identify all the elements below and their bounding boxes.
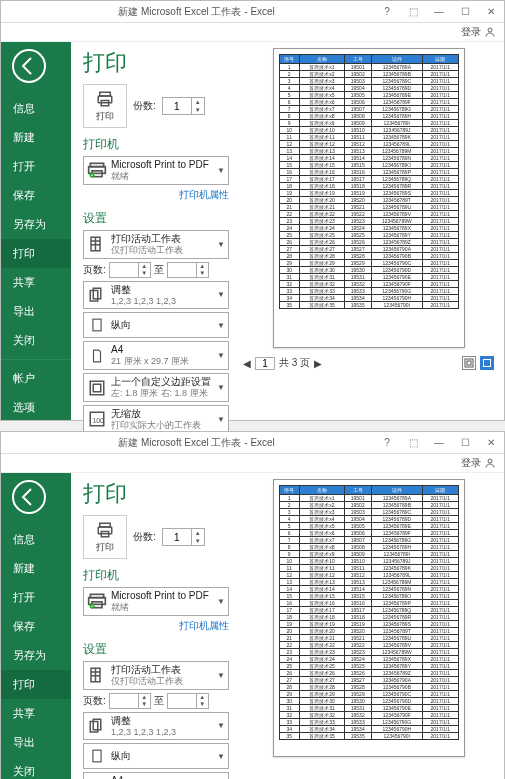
printer-heading: 打印机 [83,136,229,153]
chevron-down-icon: ▼ [217,166,225,175]
zoom-to-page-button[interactable] [480,356,494,370]
nav-saveas[interactable]: 另存为 [1,210,71,239]
nav-open[interactable]: 打开 [1,583,71,612]
restore-icon[interactable]: ⬚ [400,437,426,448]
margins-icon [87,378,107,398]
copies-label: 份数: [133,99,156,113]
backstage-sidebar: 信息 新建 打开 保存 另存为 打印 共享 导出 关闭 帐户 选项 [1,42,71,420]
printer-properties-link[interactable]: 打印机属性 [83,619,229,633]
prev-page-button[interactable]: ◀ [243,358,251,369]
printer-dropdown[interactable]: Microsoft Print to PDF就绪 ▼ [83,587,229,616]
copies-label: 份数: [133,530,156,544]
nav-save[interactable]: 保存 [1,181,71,210]
window-title: 新建 Microsoft Excel 工作表 - Excel [19,436,374,450]
print-button[interactable]: 打印 [83,84,127,128]
print-scope-dropdown[interactable]: 打印活动工作表仅打印活动工作表 ▼ [83,661,229,690]
nav-info[interactable]: 信息 [1,525,71,554]
settings-heading: 设置 [83,210,229,227]
page-to-input[interactable]: ▲▼ [167,262,209,278]
portrait-icon [87,315,107,335]
back-button[interactable] [11,48,47,84]
orientation-dropdown[interactable]: 纵向 ▼ [83,743,229,769]
nav-options[interactable]: 选项 [1,393,71,422]
paper-dropdown[interactable]: A421 厘米 x 29.7 厘米 ▼ [83,341,229,370]
page-from-input[interactable]: ▲▼ [109,693,151,709]
backstage-sidebar: 信息 新建 打开 保存 另存为 打印 共享 导出 关闭 帐户 选项 [1,473,71,779]
to-label: 至 [154,694,164,708]
nav-info[interactable]: 信息 [1,94,71,123]
nav-saveas[interactable]: 另存为 [1,641,71,670]
nav-account[interactable]: 帐户 [1,364,71,393]
login-link[interactable]: 登录 [461,457,481,468]
close-icon[interactable]: ✕ [478,6,504,17]
user-icon [484,26,496,38]
svg-rect-14 [93,384,101,392]
copies-input[interactable]: ▲▼ [162,97,205,115]
to-label: 至 [154,263,164,277]
scaling-dropdown[interactable]: 100 无缩放打印实际大小的工作表 ▼ [83,405,229,434]
restore-icon[interactable]: ⬚ [400,6,426,17]
back-button[interactable] [11,479,47,515]
printer-icon [94,521,116,539]
help-icon[interactable]: ? [374,437,400,448]
preview-table: 序号名称工号证件日期 1首席技术x119501123456789A2017/1/… [279,54,459,309]
scale-icon: 100 [87,409,107,429]
nav-save[interactable]: 保存 [1,612,71,641]
page-from-input[interactable]: ▲▼ [109,262,151,278]
nav-open[interactable]: 打开 [1,152,71,181]
chevron-down-icon: ▼ [217,415,225,424]
collate-dropdown[interactable]: 调整1,2,3 1,2,3 1,2,3 ▼ [83,281,229,310]
svg-rect-23 [98,527,112,534]
close-icon[interactable]: ✕ [478,437,504,448]
svg-point-21 [13,481,45,513]
collate-dropdown[interactable]: 调整1,2,3 1,2,3 1,2,3 ▼ [83,712,229,741]
svg-point-1 [13,50,45,82]
printer-device-icon [87,591,107,611]
pages-label: 页数: [83,694,106,708]
nav-share[interactable]: 共享 [1,268,71,297]
nav-export[interactable]: 导出 [1,297,71,326]
help-icon[interactable]: ? [374,6,400,17]
minimize-icon[interactable]: — [426,437,452,448]
svg-rect-13 [90,381,104,395]
page-to-input[interactable]: ▲▼ [167,693,209,709]
next-page-button[interactable]: ▶ [314,358,322,369]
nav-share[interactable]: 共享 [1,699,71,728]
nav-print[interactable]: 打印 [1,239,71,268]
nav-new[interactable]: 新建 [1,123,71,152]
page-title: 打印 [83,48,229,78]
svg-point-0 [488,28,492,32]
nav-new[interactable]: 新建 [1,554,71,583]
page-icon [87,346,107,366]
print-button[interactable]: 打印 [83,515,127,559]
print-preview-page: 序号名称工号证件日期 1首席技术x119501123456789A2017/1/… [273,48,465,348]
printer-dropdown[interactable]: Microsoft Print to PDF就绪 ▼ [83,156,229,185]
print-scope-dropdown[interactable]: 打印活动工作表仅打印活动工作表 ▼ [83,230,229,259]
printer-device-icon [87,160,107,180]
paper-dropdown[interactable]: A421 厘米 x 29.7 厘米 ▼ [83,772,229,779]
spin-down-icon[interactable]: ▼ [192,106,204,114]
maximize-icon[interactable]: ☐ [452,437,478,448]
print-button-label: 打印 [96,110,114,123]
preview-table: 序号名称工号证件日期 1首席技术x119501123456789A2017/1/… [279,485,459,740]
nav-print[interactable]: 打印 [1,670,71,699]
svg-rect-17 [465,359,473,367]
printer-heading: 打印机 [83,567,229,584]
svg-text:100: 100 [93,417,105,424]
show-margins-button[interactable] [462,356,476,370]
maximize-icon[interactable]: ☐ [452,6,478,17]
nav-close[interactable]: 关闭 [1,326,71,355]
nav-close[interactable]: 关闭 [1,757,71,779]
printer-icon [94,90,116,108]
printer-properties-link[interactable]: 打印机属性 [83,188,229,202]
window-title: 新建 Microsoft Excel 工作表 - Excel [19,5,374,19]
page-number-input[interactable] [255,357,275,370]
orientation-dropdown[interactable]: 纵向 ▼ [83,312,229,338]
nav-export[interactable]: 导出 [1,728,71,757]
chevron-down-icon: ▼ [217,321,225,330]
minimize-icon[interactable]: — [426,6,452,17]
spin-up-icon[interactable]: ▲ [192,98,204,106]
login-link[interactable]: 登录 [461,26,481,37]
margins-dropdown[interactable]: 上一个自定义边距设置左: 1.8 厘米 右: 1.8 厘米 ▼ [83,373,229,402]
copies-input[interactable]: ▲▼ [162,528,205,546]
